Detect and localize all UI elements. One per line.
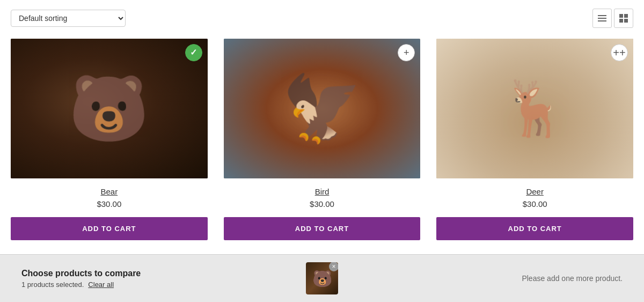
product-image-wrapper-bird [224, 39, 421, 178]
page-wrapper: Default sorting Sort by popularity Sort … [0, 0, 644, 251]
product-name-bird[interactable]: Bird [315, 187, 330, 196]
product-card-deer: + Deer $30.00 ADD TO CART [436, 39, 633, 240]
svg-rect-6 [624, 19, 628, 23]
add-to-cart-button-bird[interactable]: ADD TO CART [224, 217, 421, 240]
product-card-bird: Bird $30.00 ADD TO CART [224, 39, 421, 240]
product-price-bear: $30.00 [97, 199, 121, 208]
svg-rect-1 [598, 18, 606, 19]
product-image-deer [436, 39, 633, 178]
sort-select[interactable]: Default sorting Sort by popularity Sort … [11, 10, 126, 27]
product-image-bird [224, 39, 421, 178]
svg-rect-3 [619, 14, 623, 18]
grid-view-button[interactable] [614, 9, 633, 28]
add-to-cart-button-deer[interactable]: ADD TO CART [436, 217, 633, 240]
product-image-wrapper-deer: + [436, 39, 633, 178]
grid-icon [619, 14, 628, 23]
toolbar: Default sorting Sort by popularity Sort … [11, 0, 633, 39]
svg-rect-5 [619, 19, 623, 23]
view-toggle [592, 9, 633, 28]
product-grid: Bear $30.00 ADD TO CART Bird $30.00 ADD … [11, 39, 633, 251]
product-price-bird: $30.00 [310, 199, 334, 208]
product-image-bear [11, 39, 208, 178]
svg-rect-0 [598, 15, 606, 16]
svg-rect-4 [624, 14, 628, 18]
compare-button-bear[interactable] [185, 44, 202, 61]
list-view-button[interactable] [592, 9, 612, 28]
product-image-wrapper-bear [11, 39, 208, 178]
list-icon [598, 14, 606, 23]
product-price-deer: $30.00 [523, 199, 547, 208]
compare-button-deer[interactable]: + [611, 44, 628, 61]
product-name-deer[interactable]: Deer [526, 187, 544, 196]
add-to-cart-button-bear[interactable]: ADD TO CART [11, 217, 208, 240]
product-name-bear[interactable]: Bear [100, 187, 118, 196]
svg-rect-2 [598, 20, 606, 21]
product-card-bear: Bear $30.00 ADD TO CART [11, 39, 208, 240]
